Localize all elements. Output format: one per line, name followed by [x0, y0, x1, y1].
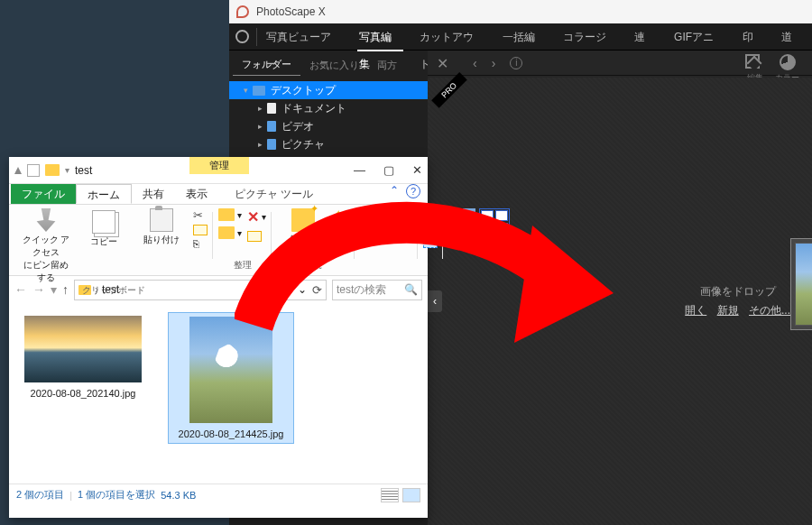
drop-hint-title: 画像をドロップ: [681, 284, 794, 299]
tree-node-desktop[interactable]: ▾ デスクトップ: [229, 81, 428, 99]
properties-button[interactable]: プロパ: [360, 208, 412, 246]
recent-dropdown[interactable]: ▾: [51, 282, 57, 297]
properties-icon: [374, 208, 398, 232]
search-icon: 🔍: [404, 283, 418, 296]
select-none-button[interactable]: [423, 223, 438, 234]
ribbon-tab-share[interactable]: 共有: [132, 184, 175, 204]
ribbon-tabs: ファイル ホーム 共有 表示 ピクチャ ツール ⌃ ?: [9, 184, 428, 204]
search-icon[interactable]: [229, 23, 256, 51]
prev-icon[interactable]: ‹: [473, 56, 477, 70]
photoscape-main-tabs: 写真ビューアー 写真編集 カットアウト 一括編集 コラージュ 連結 GIFアニメ…: [229, 23, 812, 51]
cut-button[interactable]: ✂: [193, 208, 208, 222]
qat-dropdown-icon[interactable]: [14, 167, 22, 174]
chevron-down-icon[interactable]: ▾: [242, 86, 249, 95]
collapse-sidebar-handle[interactable]: ‹: [428, 290, 442, 312]
chevron-right-icon[interactable]: ▸: [256, 122, 263, 131]
explorer-title: test: [75, 164, 92, 177]
color-icon[interactable]: [780, 54, 796, 70]
minimize-button[interactable]: —: [354, 163, 365, 177]
tab-viewer[interactable]: 写真ビューアー: [257, 23, 350, 51]
info-icon[interactable]: i: [510, 57, 522, 69]
thumbnails-view-button[interactable]: [402, 488, 420, 502]
tab-editor[interactable]: 写真編集: [350, 23, 411, 51]
group-label-new: 新規: [304, 259, 322, 272]
new-folder-button[interactable]: 新しい フォルダー: [277, 208, 329, 259]
view-extra-large-icon[interactable]: [479, 208, 510, 235]
address-dropdown-icon[interactable]: ⌄: [298, 283, 307, 296]
photoscape-title: PhotoScape X: [256, 5, 326, 18]
link-new[interactable]: 新規: [717, 304, 739, 317]
copy-button[interactable]: コピー: [78, 208, 130, 284]
paste-icon: [150, 208, 173, 232]
forward-button[interactable]: →: [32, 282, 45, 297]
pro-badge: PRO: [431, 72, 466, 107]
details-view-button[interactable]: [381, 488, 399, 502]
qat-caret-icon[interactable]: ▾: [65, 165, 69, 175]
tab-combine[interactable]: 連結: [625, 23, 665, 51]
side-tab-favorites[interactable]: お気に入り: [300, 55, 368, 76]
file-explorer-window: 管理 ▾ test — ▢ ✕ ファイル ホーム 共有 表示 ピクチャ ツール …: [9, 157, 428, 518]
delete-icon: ✕: [247, 208, 259, 226]
move-to-button[interactable]: ▾: [218, 208, 242, 221]
file-list[interactable]: 2020-08-08_202140.jpg 2020-08-08_214425.…: [9, 303, 428, 484]
edit-icon[interactable]: [745, 54, 760, 69]
tab-cutout[interactable]: カットアウト: [411, 23, 493, 51]
status-item-count: 2 個の項目: [16, 488, 64, 502]
new-item-icon: ✦: [335, 208, 342, 218]
ribbon-tab-view[interactable]: 表示: [175, 184, 218, 204]
view-large-icon[interactable]: [448, 208, 475, 235]
tab-batch[interactable]: 一括編集: [494, 23, 554, 51]
ribbon-tab-home[interactable]: ホーム: [76, 184, 132, 204]
drop-canvas[interactable]: PRO ‹ 画像をドロップ 開く 新規 その他... ↖ コピー: [428, 78, 812, 525]
tab-print[interactable]: 印刷: [734, 23, 773, 51]
link-open[interactable]: 開く: [685, 304, 706, 317]
chevron-right-icon[interactable]: ▸: [256, 104, 263, 113]
rename-button[interactable]: [247, 231, 266, 242]
ribbon-collapse-icon[interactable]: ⌃: [390, 184, 399, 204]
file-item[interactable]: 2020-08-08_214425.jpg: [168, 312, 294, 444]
status-selected-count: 1 個の項目を選択: [78, 488, 155, 502]
paste-button[interactable]: 貼り付け: [135, 208, 188, 284]
folder-icon: [253, 86, 265, 96]
ribbon-tab-file[interactable]: ファイル: [11, 184, 76, 204]
ribbon-tab-picture-tools[interactable]: ピクチャ ツール: [224, 184, 324, 204]
paste-shortcut-button[interactable]: ⎘: [193, 238, 208, 249]
select-all-button[interactable]: [423, 208, 438, 219]
copy-path-button[interactable]: [193, 225, 208, 235]
invert-selection-button[interactable]: [423, 237, 438, 248]
search-box[interactable]: testの検索 🔍: [332, 280, 422, 300]
file-item[interactable]: 2020-08-08_202140.jpg: [20, 312, 146, 402]
close-icon[interactable]: ✕: [437, 55, 448, 72]
new-item-button[interactable]: ✦▾: [335, 208, 349, 218]
refresh-icon[interactable]: ⟳: [312, 283, 322, 297]
copy-to-icon: [218, 226, 235, 239]
pin-quick-access-button[interactable]: クイック アクセス にピン留めする: [20, 208, 72, 284]
delete-button[interactable]: ✕▾: [247, 208, 266, 226]
tree-node-videos[interactable]: ▸ ビデオ: [229, 117, 428, 135]
tree-node-pictures[interactable]: ▸ ピクチャ: [229, 135, 428, 153]
up-button[interactable]: ↑: [62, 282, 69, 297]
pin-icon: [34, 208, 58, 232]
back-button[interactable]: ←: [14, 282, 27, 297]
chevron-right-icon[interactable]: ▸: [256, 140, 263, 149]
tab-tools[interactable]: 道具: [772, 23, 812, 51]
ribbon-contextual-tab-group: 管理: [189, 157, 249, 174]
side-tab-both[interactable]: 両方: [368, 55, 406, 76]
maximize-button[interactable]: ▢: [383, 163, 394, 177]
link-other[interactable]: その他...: [749, 304, 790, 317]
close-button[interactable]: ✕: [412, 163, 422, 177]
easy-access-button[interactable]: ↘▾: [335, 221, 349, 231]
tab-collage[interactable]: コラージュ: [554, 23, 625, 51]
tree-node-documents[interactable]: ▸ ドキュメント: [229, 99, 428, 117]
folder-tree: ▾ デスクトップ ▸ ドキュメント ▸ ビデオ ▸ ピクチャ: [229, 76, 428, 159]
help-icon[interactable]: ?: [406, 184, 420, 198]
copy-to-button[interactable]: ▾: [218, 226, 242, 239]
next-icon[interactable]: ›: [492, 56, 496, 70]
tab-gif[interactable]: GIFアニメ: [665, 23, 733, 51]
qat-properties-icon[interactable]: [27, 164, 40, 177]
photoscape-titlebar[interactable]: PhotoScape X: [229, 0, 812, 23]
path-icon: [193, 225, 208, 235]
group-label-clipboard: クリップボード: [82, 284, 145, 297]
image-thumbnail: [24, 316, 142, 382]
shortcut-icon: ⎘: [193, 238, 199, 249]
